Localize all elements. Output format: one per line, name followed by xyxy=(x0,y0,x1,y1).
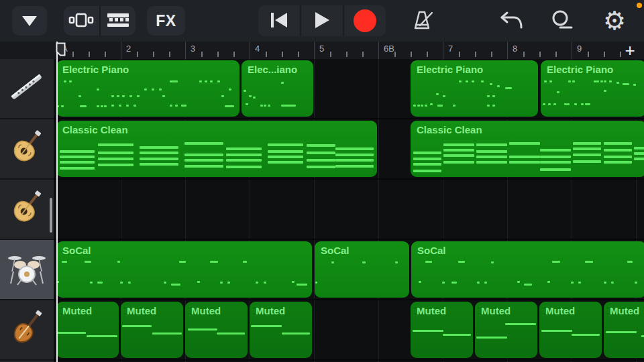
chord-note xyxy=(268,161,303,164)
rewind-button[interactable] xyxy=(258,5,300,36)
midi-note xyxy=(122,325,152,327)
midi-note xyxy=(97,88,99,90)
add-section-button[interactable]: + xyxy=(620,40,640,60)
ruler-beat-tick xyxy=(491,52,492,57)
midi-note xyxy=(101,105,103,107)
region-classic-clean[interactable]: Classic Clean xyxy=(411,121,644,177)
midi-note xyxy=(264,282,266,284)
midi-note xyxy=(544,80,547,82)
midi-note xyxy=(633,84,636,86)
region-electric-piano[interactable]: Electric Piano xyxy=(411,60,538,117)
ruler-beat-tick xyxy=(169,52,170,57)
play-button[interactable] xyxy=(300,5,343,36)
midi-note xyxy=(487,95,490,97)
midi-note xyxy=(217,333,245,335)
midi-note xyxy=(133,105,136,107)
midi-note xyxy=(553,103,556,105)
chord-note xyxy=(476,143,507,146)
ruler-bar-line xyxy=(250,42,250,59)
region-label: Muted xyxy=(62,305,92,316)
midi-note xyxy=(90,282,93,284)
chord-note xyxy=(443,149,474,152)
midi-note xyxy=(104,105,107,107)
editor-view-button[interactable] xyxy=(101,6,136,36)
loop-browser-icon xyxy=(549,9,575,33)
tracks-view-button[interactable] xyxy=(64,6,99,36)
midi-note xyxy=(97,105,99,107)
track-header-bass[interactable] xyxy=(0,300,54,361)
midi-note xyxy=(604,90,606,92)
midi-note xyxy=(497,85,500,87)
loop-browser-button[interactable] xyxy=(547,8,577,34)
chord-note xyxy=(60,150,95,153)
ruler-bar-label: 6B xyxy=(384,44,394,54)
chord-note xyxy=(335,154,374,156)
midi-note xyxy=(425,261,432,263)
chord-note xyxy=(268,150,303,153)
metronome-button[interactable] xyxy=(407,7,439,35)
region-muted[interactable]: Muted xyxy=(604,302,644,358)
midi-note xyxy=(492,105,495,107)
track-header-drums[interactable] xyxy=(0,240,54,300)
midi-note xyxy=(490,83,492,85)
region-socal[interactable]: SoCal xyxy=(56,241,312,298)
region-muted[interactable]: Muted xyxy=(539,302,602,358)
midi-note xyxy=(549,80,552,82)
region-classic-clean[interactable]: Classic Clean xyxy=(56,121,377,177)
midi-note xyxy=(331,261,334,263)
ruler-beat-tick xyxy=(475,52,476,57)
playhead-line[interactable] xyxy=(56,42,58,362)
ruler-bar-label: 3 xyxy=(191,44,195,54)
ruler-beat-tick xyxy=(105,52,106,57)
chord-note xyxy=(573,142,601,145)
region-muted[interactable]: Muted xyxy=(185,302,248,358)
track-header-flute[interactable] xyxy=(0,59,54,119)
region-electric-piano[interactable]: Electric Piano xyxy=(56,60,239,117)
region-muted[interactable]: Muted xyxy=(411,302,473,358)
region-label: Muted xyxy=(610,305,639,316)
record-button[interactable] xyxy=(343,5,386,36)
chord-note xyxy=(634,158,644,160)
region-muted[interactable]: Muted xyxy=(250,302,312,358)
midi-note xyxy=(175,105,178,107)
chord-note xyxy=(634,152,644,155)
track-lane-drums: SoCalSoCalSoCal xyxy=(54,240,644,300)
midi-note xyxy=(126,105,129,107)
midi-note xyxy=(221,95,224,97)
region-socal[interactable]: SoCal xyxy=(315,241,409,298)
region-socal[interactable]: SoCal xyxy=(411,241,644,298)
region-muted[interactable]: Muted xyxy=(475,302,537,358)
region-electric-piano[interactable]: Electric Piano xyxy=(541,60,644,117)
midi-note xyxy=(120,282,123,284)
midi-note xyxy=(571,282,574,284)
midi-note xyxy=(78,95,81,97)
undo-button[interactable] xyxy=(496,8,526,34)
timeline-ruler[interactable]: A23456B789 + xyxy=(0,42,644,59)
midi-note xyxy=(281,105,296,107)
midi-note xyxy=(443,95,445,97)
ruler-beat-tick xyxy=(346,52,347,57)
midi-note xyxy=(430,103,433,105)
midi-note xyxy=(217,80,220,82)
region-muted[interactable]: Muted xyxy=(121,302,183,358)
midi-note xyxy=(220,282,223,284)
guitar-icon xyxy=(6,187,48,231)
chord-note xyxy=(573,160,601,163)
ruler-beat-tick xyxy=(604,52,605,57)
track-header-guitar-1[interactable] xyxy=(0,119,54,180)
playhead-flag[interactable] xyxy=(56,42,66,59)
region-elec-iano[interactable]: Elec...iano xyxy=(241,60,313,117)
song-sections-button[interactable] xyxy=(12,6,47,36)
vertical-scrollbar-thumb[interactable] xyxy=(50,198,52,233)
chord-note xyxy=(98,158,133,160)
midi-note xyxy=(567,103,570,105)
fx-button[interactable]: FX xyxy=(147,6,185,36)
settings-button[interactable]: ⚙ xyxy=(598,5,631,36)
chord-note xyxy=(226,147,262,150)
chord-note xyxy=(476,156,507,158)
region-label: Muted xyxy=(417,305,446,316)
chord-note xyxy=(476,150,507,153)
track-header-guitar-2[interactable] xyxy=(0,180,54,240)
midi-note xyxy=(162,95,165,97)
region-muted[interactable]: Muted xyxy=(56,302,119,358)
